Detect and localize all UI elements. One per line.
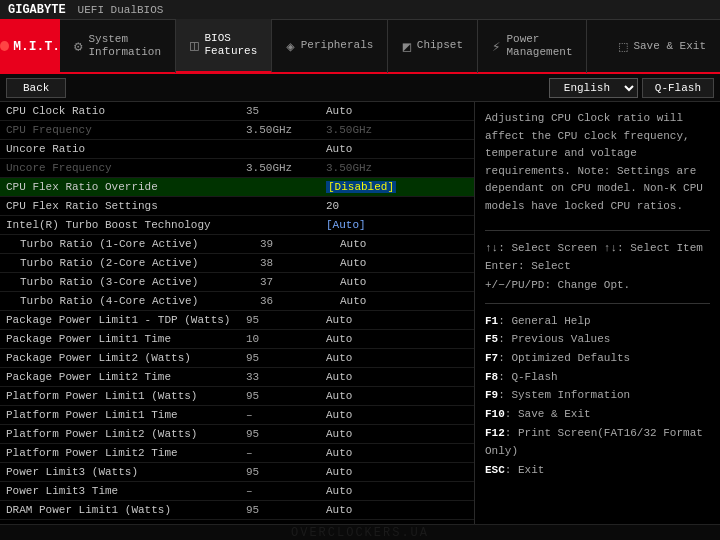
bios-row-val2: Auto [326,466,468,478]
bios-row-val2: Auto [326,143,468,155]
shortcut-divider [485,230,710,231]
mit-button[interactable]: M.I.T. [0,19,60,73]
help-panel: Adjusting CPU Clock ratio will affect th… [475,102,720,540]
shortcut-f5: F5: Previous Values [485,330,710,349]
bios-features-label: BIOSFeatures [205,32,258,58]
topbar: GIGABYTE UEFI DualBIOS [0,0,720,20]
watermark: OVERCLOCKERS.UA [291,526,429,540]
mit-label: M.I.T. [13,39,60,54]
bios-row-val2: Auto [326,447,468,459]
bios-row-val1: 95 [246,390,326,402]
bios-row-val2: Auto [326,352,468,364]
back-button[interactable]: Back [6,78,66,98]
bios-row[interactable]: Turbo Ratio (4-Core Active)36Auto [0,292,474,311]
bios-row-val1: 39 [260,238,340,250]
bios-row[interactable]: Turbo Ratio (2-Core Active)38Auto [0,254,474,273]
bios-row-val1: 3.50GHz [246,162,326,174]
bios-row-val1: 95 [246,352,326,364]
bios-row-val1: – [246,409,326,421]
peripherals-icon: ◈ [286,38,294,55]
bios-row-name: Platform Power Limit1 Time [6,409,246,421]
bottom-bar: OVERCLOCKERS.UA [0,524,720,540]
bios-row-val1: – [246,485,326,497]
bios-row[interactable]: Package Power Limit1 Time10Auto [0,330,474,349]
bios-row-val1: 95 [246,466,326,478]
bios-row[interactable]: Package Power Limit1 - TDP (Watts)95Auto [0,311,474,330]
bios-row-val1: 37 [260,276,340,288]
bios-row[interactable]: Package Power Limit2 (Watts)95Auto [0,349,474,368]
nav-tabs: ⚙ SystemInformation ◫ BIOSFeatures ◈ Per… [60,19,605,73]
bios-row-val2: Auto [326,390,468,402]
language-select[interactable]: English [549,78,638,98]
shortcut-f7: F7: Optimized Defaults [485,349,710,368]
chipset-label: Chipset [417,39,463,52]
bios-row-name: Uncore Ratio [6,143,246,155]
nav-tab-peripherals[interactable]: ◈ Peripherals [272,19,388,73]
bios-row-val1: 95 [246,428,326,440]
bios-row-val1: 35 [246,105,326,117]
bios-row-val2: Auto [340,276,468,288]
bios-row-name: CPU Flex Ratio Settings [6,200,246,212]
bios-row-val2: Auto [326,371,468,383]
bios-row[interactable]: DRAM Power Limit1 (Watts)95Auto [0,501,474,520]
nav-tab-chipset[interactable]: ◩ Chipset [388,19,478,73]
shortcut-f1: F1: General Help [485,312,710,331]
bios-row-val2: [Disabled] [326,181,468,193]
bios-row-name: Package Power Limit1 - TDP (Watts) [6,314,246,326]
bios-row[interactable]: Uncore RatioAuto [0,140,474,159]
bios-row-name: CPU Flex Ratio Override [6,181,246,193]
bios-row-val1: – [246,447,326,459]
bios-row[interactable]: Platform Power Limit2 Time–Auto [0,444,474,463]
bios-row[interactable]: Intel(R) Turbo Boost Technology[Auto] [0,216,474,235]
bios-row-val2: Auto [340,257,468,269]
nav-tab-power-mgmt[interactable]: ⚡ PowerManagement [478,19,587,73]
bios-row[interactable]: Platform Power Limit2 (Watts)95Auto [0,425,474,444]
nav-tab-system-info[interactable]: ⚙ SystemInformation [60,19,176,73]
bios-row-name: Power Limit3 Time [6,485,246,497]
power-mgmt-icon: ⚡ [492,38,500,55]
system-info-icon: ⚙ [74,38,82,55]
bios-row[interactable]: Power Limit3 (Watts)95Auto [0,463,474,482]
bios-row-name: Package Power Limit2 (Watts) [6,352,246,364]
bios-row[interactable]: Turbo Ratio (3-Core Active)37Auto [0,273,474,292]
bios-row-name: Intel(R) Turbo Boost Technology [6,219,246,231]
bios-row-name: Uncore Frequency [6,162,246,174]
bios-row[interactable]: CPU Frequency3.50GHz3.50GHz [0,121,474,140]
qflash-button[interactable]: Q-Flash [642,78,714,98]
help-text: Adjusting CPU Clock ratio will affect th… [485,110,710,216]
bios-row-val1: 36 [260,295,340,307]
bios-row-val1: 38 [260,257,340,269]
shortcut-navigation: ↑↓: Select Screen ↑↓: Select Item [485,239,710,258]
bios-row[interactable]: Platform Power Limit1 Time–Auto [0,406,474,425]
save-exit-label: Save & Exit [633,40,706,52]
bios-settings-panel[interactable]: CPU Clock Ratio35AutoCPU Frequency3.50GH… [0,102,475,540]
shortcut-esc: ESC: Exit [485,461,710,480]
system-info-label: SystemInformation [88,33,161,59]
subnav: Back English Q-Flash [0,74,720,102]
shortcut-list: ↑↓: Select Screen ↑↓: Select ItemEnter: … [485,239,710,480]
shortcut-enter: Enter: Select [485,257,710,276]
topbar-title: UEFI DualBIOS [78,4,164,16]
topbar-logo: GIGABYTE [8,3,66,17]
bios-row-val2: 3.50GHz [326,124,468,136]
bios-row[interactable]: CPU Flex Ratio Settings20 [0,197,474,216]
bios-row[interactable]: CPU Clock Ratio35Auto [0,102,474,121]
bios-row[interactable]: Package Power Limit2 Time33Auto [0,368,474,387]
bios-row[interactable]: Platform Power Limit1 (Watts)95Auto [0,387,474,406]
bios-features-icon: ◫ [190,37,198,54]
bios-row-name: CPU Frequency [6,124,246,136]
bios-row[interactable]: Turbo Ratio (1-Core Active)39Auto [0,235,474,254]
bios-row-val2: Auto [326,504,468,516]
bios-row[interactable]: Uncore Frequency3.50GHz3.50GHz [0,159,474,178]
shortcut-f8: F8: Q-Flash [485,368,710,387]
chipset-icon: ◩ [402,38,410,55]
bios-row-name: Turbo Ratio (3-Core Active) [20,276,260,288]
power-mgmt-label: PowerManagement [506,33,572,59]
save-exit-tab[interactable]: ⬚ Save & Exit [605,19,720,73]
bios-row-name: Package Power Limit1 Time [6,333,246,345]
bios-row-val2: Auto [326,314,468,326]
bios-row-name: Turbo Ratio (4-Core Active) [20,295,260,307]
bios-row[interactable]: CPU Flex Ratio Override[Disabled] [0,178,474,197]
nav-tab-bios-features[interactable]: ◫ BIOSFeatures [176,19,272,73]
bios-row[interactable]: Power Limit3 Time–Auto [0,482,474,501]
